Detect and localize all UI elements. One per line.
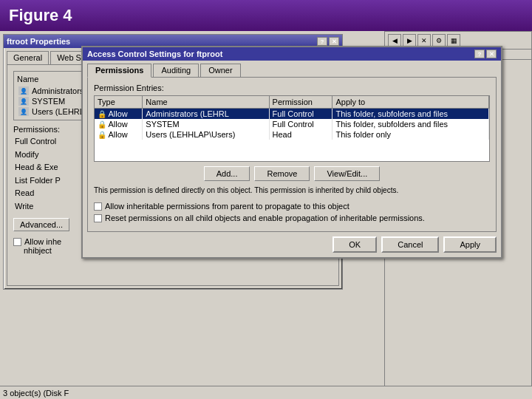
status-bar: 3 object(s) (Disk F (0, 386, 532, 399)
type-icon: 🔒 (98, 120, 106, 129)
row-apply-to: This folder, subfolders and files (332, 119, 489, 129)
table-row[interactable]: 🔒 Allow Administrators (LEHRL Full Contr… (95, 109, 489, 120)
acs-btn-row: Add... Remove View/Edit... (94, 166, 490, 181)
perm-table-wrapper[interactable]: Type Name Permission Apply to 🔒 Allow (94, 95, 490, 162)
user-icon: 👤 (18, 97, 29, 106)
acs-window: Access Control Settings for ftproot ? ✕ … (81, 46, 502, 259)
row-apply-to: This folder only (332, 129, 489, 140)
acs-body: Permission Entries: Type Name Permission… (87, 77, 497, 232)
row-type: 🔒 Allow (95, 109, 143, 120)
table-row[interactable]: 🔒 Allow SYSTEM Full Control This folder,… (95, 119, 489, 129)
inherit-checkbox[interactable] (94, 202, 102, 211)
perm-table: Type Name Permission Apply to 🔒 Allow (95, 96, 489, 140)
back-icon[interactable]: ◀ (388, 34, 401, 47)
inherit-checkbox[interactable] (13, 238, 21, 246)
row-type: 🔒 Allow (95, 119, 143, 129)
row-name: Administrators (LEHRL (143, 109, 269, 120)
tab-auditing[interactable]: Auditing (153, 64, 199, 77)
user-label: SYSTEM (32, 97, 65, 106)
close-button[interactable]: ✕ (329, 37, 339, 46)
acs-help-button[interactable]: ? (474, 50, 485, 58)
ok-button[interactable]: OK (332, 236, 377, 253)
page-title: Figure 4 (0, 0, 532, 31)
row-name: SYSTEM (143, 119, 269, 129)
user-icon: 👤 (18, 107, 29, 116)
row-type: 🔒 Allow (95, 129, 143, 140)
gear-icon[interactable]: ⚙ (432, 34, 446, 47)
acs-tabs-row: Permissions Auditing Owner (83, 61, 501, 77)
forward-icon[interactable]: ▶ (403, 34, 416, 47)
inherit-checkbox-row: Allow inheritable permissions from paren… (94, 202, 490, 211)
view-icon[interactable]: ▦ (447, 34, 460, 47)
acs-window-controls: ? ✕ (474, 50, 497, 58)
user-icon: 👤 (18, 86, 29, 95)
col-permission: Permission (269, 96, 332, 109)
inherit-label: Allow inhe (24, 237, 61, 246)
status-text: 3 object(s) (Disk F (3, 389, 69, 398)
reset-checkbox-row: Reset permissions on all child objects a… (94, 214, 490, 222)
type-icon: 🔒 (98, 110, 106, 118)
reset-checkbox[interactable] (94, 214, 102, 222)
acs-remove-button[interactable]: Remove (254, 166, 310, 181)
col-name: Name (143, 96, 269, 109)
apply-button[interactable]: Apply (443, 236, 497, 253)
title-label: Figure 4 (9, 6, 72, 25)
tab-general[interactable]: General (7, 51, 49, 64)
acs-close-button[interactable]: ✕ (486, 50, 497, 58)
row-permission: Head (269, 129, 332, 140)
table-row[interactable]: 🔒 Allow Users (LEHHLAP\Users) Head This … (95, 129, 489, 140)
acs-add-button[interactable]: Add... (204, 166, 250, 181)
advanced-button[interactable]: Advanced... (13, 218, 69, 231)
acs-view-edit-button[interactable]: View/Edit... (314, 166, 380, 181)
info-text: This permission is defined directly on t… (94, 185, 490, 196)
acs-title-bar: Access Control Settings for ftproot ? ✕ (83, 47, 501, 61)
perm-entries-label: Permission Entries: (94, 83, 490, 92)
ftroot-title-label: ftroot Properties (7, 37, 70, 46)
tab-owner[interactable]: Owner (200, 64, 240, 77)
cancel-button[interactable]: Cancel (381, 236, 439, 253)
inherit-checkbox-label: Allow inheritable permissions from paren… (105, 202, 349, 211)
acs-title-label: Access Control Settings for ftproot (87, 50, 222, 58)
reset-checkbox-label: Reset permissions on all child objects a… (105, 214, 425, 222)
type-icon: 🔒 (98, 131, 106, 139)
col-type: Type (95, 96, 143, 109)
row-permission: Full Control (269, 119, 332, 129)
row-permission: Full Control (269, 109, 332, 120)
acs-bottom-buttons: OK Cancel Apply (83, 236, 501, 257)
row-apply-to: This folder, subfolders and files (332, 109, 489, 120)
col-apply-to: Apply to (332, 96, 489, 109)
window-controls: ? ✕ (317, 37, 339, 46)
stop-icon[interactable]: ✕ (417, 34, 431, 47)
tab-permissions[interactable]: Permissions (87, 64, 151, 78)
help-button[interactable]: ? (317, 37, 327, 46)
row-name: Users (LEHHLAP\Users) (143, 129, 269, 140)
